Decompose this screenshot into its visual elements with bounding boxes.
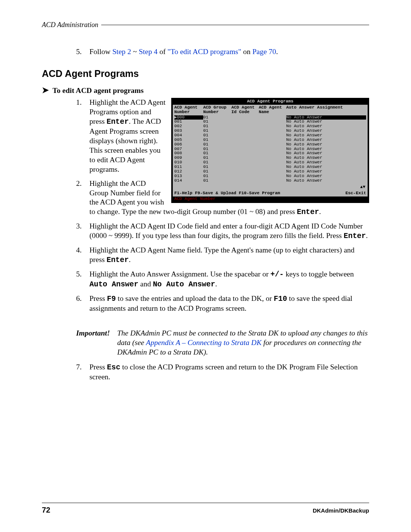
step-5: 5. Highlight the Auto Answer Assignment.… (42, 270, 369, 289)
step-number: 6. (76, 294, 82, 304)
text: . (129, 256, 131, 264)
step-number: 7. (76, 363, 82, 372)
cell-id-code (231, 174, 259, 179)
text: and (139, 280, 153, 288)
text: Press (89, 294, 107, 302)
running-header: ACD Administration (42, 21, 369, 29)
text: Follow (89, 48, 112, 56)
step-number: 5. (76, 47, 82, 57)
footer-rule (42, 503, 369, 503)
key-enter: Enter (107, 256, 129, 264)
text: . (319, 208, 321, 216)
link-page-70[interactable]: Page 70 (252, 48, 276, 56)
key-f9: F9 (107, 295, 116, 303)
step-2: 2. Highlight the ACD Group Number field … (42, 179, 369, 217)
text: ~ (131, 48, 139, 56)
key-enter: Enter (297, 208, 319, 216)
running-header-text: ACD Administration (42, 21, 98, 29)
cell-auto-answer: No Auto Answer (286, 174, 366, 179)
step-number: 3. (76, 222, 82, 231)
key-plus-minus: +/- (271, 270, 284, 279)
procedure-steps-cont: 7. Press Esc to close the ACD Programs s… (42, 363, 369, 382)
intro-step-5: 5. Follow Step 2 ~ Step 4 of "To edit AC… (42, 47, 369, 57)
key-esc: Esc (107, 363, 120, 372)
step-4: 4. Highlight the ACD Agent Name field. T… (42, 246, 369, 265)
cell-agent-number: 013 (174, 174, 203, 179)
procedure-arrow-icon: ➤ (42, 86, 49, 94)
key-f10: F10 (274, 295, 287, 303)
cell-name (259, 174, 286, 179)
link-step4[interactable]: Step 4 (139, 48, 158, 56)
step-7: 7. Press Esc to close the ACD Programs s… (42, 363, 369, 382)
intro-step-list: 5. Follow Step 2 ~ Step 4 of "To edit AC… (42, 47, 369, 57)
text: to close the ACD Programs screen and ret… (89, 363, 358, 381)
option-no-auto-answer: No Auto Answer (153, 280, 215, 289)
text: keys to toggle between (284, 270, 354, 278)
step-number: 5. (76, 270, 82, 279)
text: . (276, 48, 278, 56)
link-step2[interactable]: Step 2 (112, 48, 131, 56)
step-6: 6. Press F9 to save the entries and uplo… (42, 294, 369, 313)
key-enter: Enter (107, 118, 129, 126)
step-1: 1. Highlight the ACD Agent Programs opti… (42, 98, 369, 174)
important-note: Important! The DKAdmin PC must be connec… (42, 329, 369, 357)
text: Highlight the Auto Answer Assignment. Us… (89, 270, 271, 278)
key-enter: Enter (344, 232, 366, 240)
step-3: 3. Highlight the ACD Agent ID Code field… (42, 222, 369, 241)
table-row: 01301No Auto Answer (174, 174, 366, 179)
text: Highlight the ACD Agent ID Code field an… (89, 222, 363, 240)
section-title: ACD Agent Programs (42, 68, 369, 79)
important-label: Important! (76, 329, 117, 357)
header-rule (101, 25, 369, 25)
text: on (241, 48, 252, 56)
footer-right-text: DKAdmin/DKBackup (313, 507, 369, 514)
text: Press (89, 363, 107, 371)
text: . (215, 280, 217, 288)
text: of (158, 48, 167, 56)
procedure-title: To edit ACD agent programs (53, 86, 143, 95)
link-appendix-a[interactable]: Appendix A – Connecting to Strata DK (146, 339, 261, 347)
step-number: 1. (76, 98, 82, 107)
step-number: 2. (76, 179, 82, 189)
text: Highlight the ACD Group Number field for… (89, 179, 297, 216)
text: . (366, 232, 368, 240)
option-auto-answer: Auto Answer (89, 280, 139, 289)
step-number: 4. (76, 246, 82, 255)
text: to save the entries and upload the data … (116, 294, 274, 302)
procedure-steps: 1. Highlight the ACD Agent Programs opti… (42, 98, 369, 313)
link-edit-acd-programs[interactable]: "To edit ACD programs" (167, 48, 241, 56)
procedure-title-row: ➤ To edit ACD agent programs (42, 86, 369, 95)
page-number: 72 (42, 506, 50, 514)
cell-group-number: 01 (203, 174, 231, 179)
